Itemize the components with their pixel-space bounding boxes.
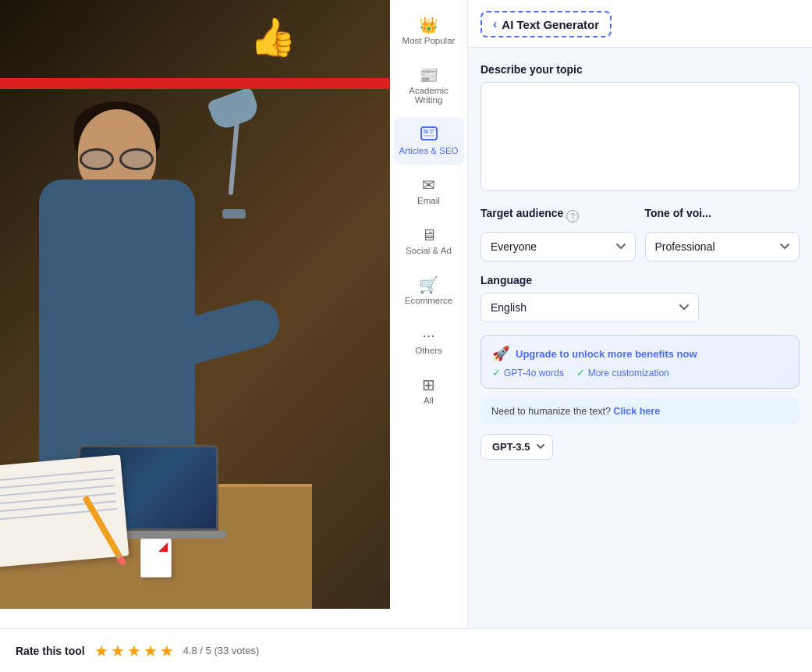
svg-rect-0 <box>421 127 437 140</box>
sidebar: 👑 Most Popular 📰 Academic Writing <box>390 0 468 628</box>
language-select[interactable]: English Spanish French German Italian <box>480 293 699 322</box>
model-selector: GPT-3.5 GPT-4 GPT-4o <box>480 434 800 460</box>
sidebar-label-all: All <box>424 396 434 405</box>
rating-bar: Rate this tool ★ ★ ★ ★ ★ 4.8 / 5 (33 vot… <box>0 628 812 672</box>
red-accent-bar <box>0 78 390 89</box>
humanize-link[interactable]: Click here <box>613 406 660 417</box>
sidebar-item-academic-writing[interactable]: 📰 Academic Writing <box>394 58 464 114</box>
target-audience-group: Target audience ? Everyone Professionals… <box>480 207 636 261</box>
humanize-bar: Need to humanize the text? Click here <box>480 398 800 425</box>
topic-label: Describe your topic <box>480 63 800 76</box>
paper-icon <box>140 539 172 578</box>
upgrade-banner: 🚀 Upgrade to unlock more benefits now ✓ … <box>480 335 800 389</box>
sidebar-item-articles-seo[interactable]: Articles & SEO <box>394 117 464 165</box>
star-4: ★ <box>144 642 158 660</box>
sidebar-item-all[interactable]: ⊞ All <box>394 368 464 414</box>
dots-icon: ··· <box>422 327 435 343</box>
tone-label: Tone of voi... <box>645 207 711 219</box>
check-icon-1: ✓ <box>492 367 501 379</box>
sidebar-item-ecommerce[interactable]: 🛒 Ecommerce <box>394 268 464 315</box>
audience-tone-row: Target audience ? Everyone Professionals… <box>480 207 800 261</box>
audience-label: Target audience <box>480 207 563 219</box>
model-select[interactable]: GPT-3.5 GPT-4 GPT-4o <box>480 434 553 460</box>
feature-gpt4o: ✓ GPT-4o words <box>492 367 564 379</box>
sidebar-item-email[interactable]: ✉ Email <box>394 168 464 215</box>
hero-image: 👍 <box>0 0 390 609</box>
svg-rect-3 <box>430 132 433 133</box>
topic-textarea[interactable] <box>480 82 800 191</box>
sidebar-label-ecommerce: Ecommerce <box>405 296 452 305</box>
audience-label-row: Target audience ? <box>480 207 636 226</box>
sidebar-label-social-ad: Social & Ad <box>406 246 452 255</box>
header-bar: ‹ AI Text Generator <box>468 0 812 48</box>
audience-help-icon[interactable]: ? <box>566 210 579 222</box>
social-icon: 🖥 <box>421 227 437 243</box>
feature-customization: ✓ More customization <box>576 367 669 379</box>
upgrade-features: ✓ GPT-4o words ✓ More customization <box>492 367 788 379</box>
thumbs-up-emoji: 👍 <box>250 16 296 59</box>
check-icon-2: ✓ <box>576 367 585 379</box>
stars-container: ★ ★ ★ ★ ★ <box>94 642 174 660</box>
form-area: Describe your topic Target audience ? Ev… <box>468 48 812 628</box>
main-content: ‹ AI Text Generator Describe your topic … <box>468 0 812 628</box>
tone-of-voice-group: Tone of voi... Professional Casual Forma… <box>645 207 800 261</box>
back-arrow-icon: ‹ <box>493 17 497 31</box>
grid-icon: ⊞ <box>422 377 435 393</box>
sidebar-item-most-popular[interactable]: 👑 Most Popular <box>394 8 464 55</box>
sidebar-item-others[interactable]: ··· Others <box>394 318 464 364</box>
tone-label-row: Tone of voi... <box>645 207 800 226</box>
back-button[interactable]: ‹ AI Text Generator <box>480 11 612 37</box>
newspaper-icon: 📰 <box>419 67 438 83</box>
star-5: ★ <box>160 642 174 660</box>
svg-rect-4 <box>424 135 434 137</box>
feature-gpt4o-label: GPT-4o words <box>504 368 564 379</box>
feature-customization-label: More customization <box>588 368 669 379</box>
svg-rect-1 <box>424 130 428 133</box>
upgrade-title-row: 🚀 Upgrade to unlock more benefits now <box>492 345 788 362</box>
right-panel: 👑 Most Popular 📰 Academic Writing <box>390 0 812 628</box>
cart-icon: 🛒 <box>419 277 438 293</box>
sidebar-item-social-ad[interactable]: 🖥 Social & Ad <box>394 218 464 265</box>
articles-icon <box>420 126 438 143</box>
star-3: ★ <box>127 642 141 660</box>
sidebar-label-others: Others <box>415 346 442 355</box>
rating-label: Rate this tool <box>16 645 85 657</box>
sidebar-label-most-popular: Most Popular <box>402 36 456 45</box>
rating-score: 4.8 / 5 (33 votes) <box>183 645 260 656</box>
svg-rect-2 <box>430 130 434 131</box>
sidebar-label-articles-seo: Articles & SEO <box>399 146 458 155</box>
email-icon: ✉ <box>422 177 435 193</box>
sidebar-label-academic-writing: Academic Writing <box>399 86 459 105</box>
target-audience-select[interactable]: Everyone Professionals Students General … <box>480 232 636 261</box>
crown-icon: 👑 <box>419 17 438 33</box>
humanize-text: Need to humanize the text? <box>491 406 611 417</box>
header-title: AI Text Generator <box>502 18 599 31</box>
person-figure <box>16 94 296 609</box>
language-label: Language <box>480 274 800 286</box>
star-1: ★ <box>94 642 108 660</box>
sidebar-label-email: Email <box>417 196 440 205</box>
tone-of-voice-select[interactable]: Professional Casual Formal Friendly <box>645 232 800 261</box>
upgrade-text: Upgrade to unlock more benefits now <box>516 348 697 360</box>
language-section: Language English Spanish French German I… <box>480 274 800 322</box>
star-2: ★ <box>111 642 125 660</box>
rocket-icon: 🚀 <box>492 345 509 362</box>
